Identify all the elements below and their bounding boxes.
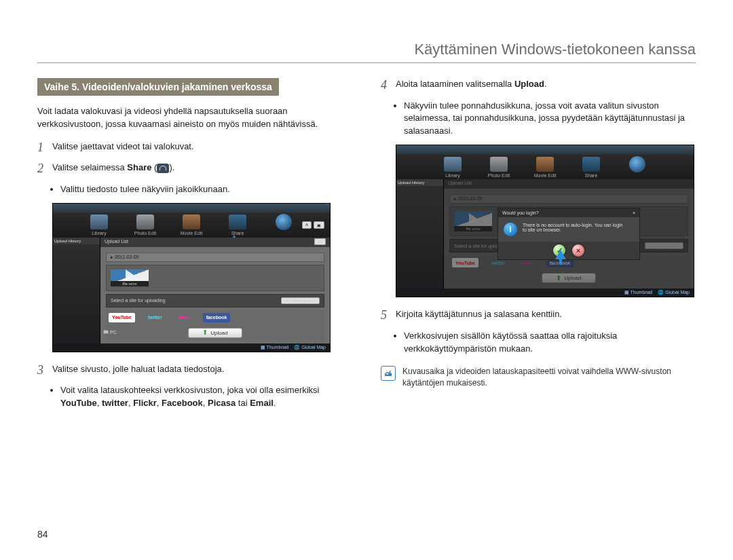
- step-number-4: 4: [381, 78, 396, 93]
- screenshot-login-popup: Library Photo Edit Movie Edit Share Uplo…: [396, 145, 694, 297]
- site-management-btn[interactable]: Site Management: [281, 297, 320, 304]
- thumbnail-caption: file.wmv: [111, 281, 149, 286]
- step-number-5: 5: [381, 308, 396, 323]
- library-label: Library: [439, 173, 466, 178]
- title-rule: [37, 62, 696, 63]
- site-icons-row: YouTube twitter flickr facebook: [106, 310, 324, 325]
- pc-label: PC: [110, 330, 117, 335]
- library-label: Library: [86, 231, 113, 236]
- pc-indicator: PC: [103, 330, 117, 335]
- movie-edit-label: Movie Edit: [531, 173, 559, 178]
- thumbnail-preview: [111, 269, 149, 281]
- globe-icon: [629, 156, 645, 172]
- twitter-icon[interactable]: twitter: [145, 313, 166, 322]
- step-2-bullet: Valittu tiedosto tulee näkyviin jakoikku…: [60, 183, 352, 196]
- toolbar-globe[interactable]: [270, 214, 297, 236]
- toolbar-globe-2[interactable]: [624, 156, 651, 179]
- select-site-row: Select a site for uploading Site Managem…: [106, 294, 324, 307]
- step-2-text: Valitse selaimessa Share ().: [52, 162, 352, 174]
- photo-edit-label: Photo Edit: [485, 173, 512, 178]
- facebook-icon[interactable]: facebook: [203, 313, 231, 322]
- toolbar-photo-edit-2[interactable]: Photo Edit: [485, 157, 512, 178]
- footer-global-2[interactable]: 🌐 Global Map: [658, 290, 690, 295]
- popup-title: Would you login?: [502, 210, 539, 215]
- popup-message: There is no account to auto-login. You c…: [523, 223, 623, 232]
- step-1-text: Valitse jaettavat videot tai valokuvat.: [52, 141, 352, 153]
- cursor-arrow-icon: [555, 250, 566, 259]
- photo-edit-label: Photo Edit: [132, 231, 159, 236]
- step-5-bullet: Verkkosivujen sisällön käytössä saattaa …: [404, 330, 696, 356]
- footer-thumbnail[interactable]: ▦ Thumbnail: [261, 345, 289, 350]
- view-mode-btn[interactable]: A: [302, 221, 312, 229]
- toolbar-share[interactable]: Share: [224, 214, 251, 236]
- upload-list-label: Upload List: [105, 239, 128, 246]
- flickr-icon[interactable]: flickr: [175, 313, 193, 322]
- upload-button[interactable]: ⬆Upload: [188, 328, 242, 338]
- popup-close-icon[interactable]: ×: [633, 210, 635, 215]
- upload-arrow-icon: ⬆: [202, 330, 208, 335]
- sidebar-header: Upload History: [53, 238, 100, 244]
- upload-btn-label: Upload: [210, 330, 227, 336]
- filter-all[interactable]: All: [314, 238, 326, 245]
- page-title: Käyttäminen Windows-tietokoneen kanssa: [37, 41, 696, 62]
- screenshot-upload-list: Library Photo Edit Movie Edit Share A ▣ …: [52, 203, 331, 352]
- step-5-text: Kirjoita käyttäjätunnus ja salasana kent…: [396, 308, 696, 321]
- date-label: 2011-02-05: [115, 255, 139, 259]
- ss-footer-2: ▦ Thumbnail 🌐 Global Map: [396, 288, 694, 297]
- login-popup: Would you login? × i There is no account…: [497, 208, 640, 260]
- pc-icon: [103, 330, 109, 334]
- share-toolbar-label: Share: [578, 173, 605, 178]
- movie-edit-label: Movie Edit: [178, 231, 205, 236]
- toolbar-movie-edit[interactable]: Movie Edit: [178, 214, 205, 236]
- info-icon: i: [504, 223, 517, 236]
- thumbnail-strip: file.wmv: [106, 265, 324, 291]
- toolbar-share-2[interactable]: Share: [578, 157, 605, 178]
- note-text: Kuvausaika ja videoiden latauskapasiteet…: [402, 366, 696, 389]
- step-2-b: (: [151, 162, 157, 172]
- globe-label: [624, 174, 651, 179]
- step-2-c: ).: [169, 162, 174, 172]
- step-2-a: Valitse selaimessa: [52, 162, 127, 172]
- share-icon: [157, 164, 169, 173]
- view-mode-btn-2[interactable]: ▣: [314, 221, 324, 229]
- video-thumbnail[interactable]: file.wmv: [111, 269, 149, 286]
- share-toolbar-icon: [229, 214, 246, 229]
- play-icon: [126, 269, 134, 280]
- step-number-3: 3: [37, 363, 52, 378]
- step-number-2: 2: [37, 162, 52, 176]
- section-banner: Vaihe 5. Videoiden/valokuvien jakaminen …: [37, 78, 279, 96]
- movie-edit-icon: [183, 214, 200, 229]
- ss-sidebar-2: Upload History: [396, 179, 444, 288]
- step-3-text: Valitse sivusto, jolle haluat ladata tie…: [52, 363, 352, 376]
- step-number-1: 1: [37, 141, 52, 155]
- youtube-icon[interactable]: YouTube: [109, 313, 135, 322]
- toolbar-library[interactable]: Library: [86, 214, 113, 236]
- modal-overlay: Would you login? × i There is no account…: [444, 179, 694, 288]
- toolbar-library-2[interactable]: Library: [439, 157, 466, 178]
- ss-titlebar-2: [396, 145, 694, 155]
- step-3-bullet: Voit valita latauskohteeksi verkkosivust…: [60, 384, 352, 410]
- step-4-bullet: Näkyviin tulee ponnahdusikkuna, jossa vo…: [404, 100, 696, 138]
- toolbar-photo-edit[interactable]: Photo Edit: [132, 214, 159, 236]
- footer-global[interactable]: 🌐 Global Map: [294, 345, 326, 350]
- popup-cancel-button[interactable]: ×: [572, 244, 584, 257]
- page-number: 84: [37, 529, 48, 540]
- movie-edit-icon: [536, 157, 554, 172]
- ss-titlebar: [53, 204, 330, 213]
- library-icon: [444, 157, 462, 172]
- footer-thumbnail-2[interactable]: ▦ Thumbnail: [624, 290, 653, 295]
- intro-paragraph: Voit ladata valokuvasi ja videosi yhdell…: [37, 105, 352, 131]
- photo-edit-icon: [136, 214, 154, 229]
- library-icon: [90, 214, 108, 229]
- sidebar-header-2: Upload History: [396, 179, 443, 186]
- toolbar-movie-edit-2[interactable]: Movie Edit: [531, 157, 559, 178]
- step-4-text: Aloita lataaminen valitsemalla Upload.: [396, 78, 696, 91]
- ss-sidebar: Upload History: [53, 238, 100, 343]
- globe-icon: [276, 214, 292, 230]
- share-word: Share: [127, 162, 151, 172]
- upload-list-header: Upload List All: [100, 238, 330, 247]
- photo-edit-icon: [490, 157, 508, 172]
- share-toolbar-icon: [582, 157, 600, 172]
- ss-footer: ▦ Thumbnail 🌐 Global Map: [53, 343, 330, 352]
- ss-toolbar-2: Library Photo Edit Movie Edit Share: [396, 155, 694, 179]
